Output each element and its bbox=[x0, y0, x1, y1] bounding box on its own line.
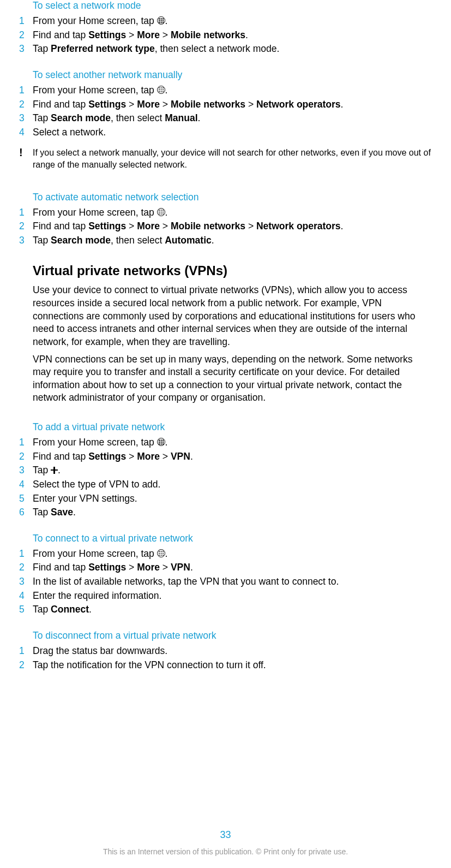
text: , then select a network mode. bbox=[155, 43, 280, 54]
text: From your Home screen, tap bbox=[33, 548, 157, 559]
text-bold: Manual bbox=[165, 112, 197, 123]
text-bold: Search mode bbox=[51, 235, 111, 246]
text-bold: Network operators bbox=[256, 221, 341, 231]
text: . bbox=[165, 15, 168, 26]
step-row: 1From your Home screen, tap . bbox=[19, 548, 432, 561]
step-row: 5Tap Connect. bbox=[19, 603, 432, 616]
text: Find and tap bbox=[33, 451, 88, 462]
text: . bbox=[165, 548, 168, 559]
text: . bbox=[58, 465, 61, 475]
text-bold: Settings bbox=[88, 562, 126, 573]
note-block: ! If you select a network manually, your… bbox=[19, 147, 432, 170]
step-text: Tap Connect. bbox=[33, 603, 92, 616]
text: > bbox=[160, 562, 171, 573]
step-row: 2Find and tap Settings > More > VPN. bbox=[19, 561, 432, 574]
text: > bbox=[245, 99, 256, 110]
step-number: 3 bbox=[19, 112, 33, 125]
step-text: Find and tap Settings > More > VPN. bbox=[33, 561, 193, 574]
apps-icon bbox=[157, 438, 165, 446]
text-bold: Settings bbox=[88, 451, 126, 462]
step-number: 3 bbox=[19, 464, 33, 477]
exclamation-icon: ! bbox=[19, 147, 33, 170]
step-row: 3In the list of available networks, tap … bbox=[19, 575, 432, 588]
text: > bbox=[126, 451, 137, 462]
heading-add-vpn: To add a virtual private network bbox=[33, 421, 432, 433]
step-text: Tap Search mode, then select Manual. bbox=[33, 112, 200, 125]
text: . bbox=[165, 207, 168, 218]
text: Find and tap bbox=[33, 562, 88, 573]
step-number: 1 bbox=[19, 548, 33, 561]
text: . bbox=[245, 29, 248, 40]
step-text: From your Home screen, tap . bbox=[33, 206, 167, 219]
text: , then select bbox=[111, 235, 165, 246]
step-text: Find and tap Settings > More > Mobile ne… bbox=[33, 29, 248, 42]
text: > bbox=[160, 99, 171, 110]
text-bold: Save bbox=[51, 507, 73, 518]
note-text: If you select a network manually, your d… bbox=[33, 147, 432, 170]
text: . bbox=[341, 99, 344, 110]
text-bold: Mobile networks bbox=[171, 99, 245, 110]
step-number: 5 bbox=[19, 603, 33, 616]
text: . bbox=[165, 437, 168, 448]
text-bold: Connect bbox=[51, 604, 89, 615]
plus-icon bbox=[51, 467, 58, 474]
text: Tap bbox=[33, 604, 51, 615]
text: Tap bbox=[33, 507, 51, 518]
step-number: 2 bbox=[19, 220, 33, 233]
step-number: 4 bbox=[19, 590, 33, 603]
text: From your Home screen, tap bbox=[33, 85, 157, 96]
step-row: 3Tap Search mode, then select Automatic. bbox=[19, 234, 432, 247]
step-number: 1 bbox=[19, 436, 33, 449]
text: Find and tap bbox=[33, 99, 88, 110]
text: > bbox=[126, 221, 137, 231]
step-text: Find and tap Settings > More > VPN. bbox=[33, 450, 193, 463]
text-bold: Automatic bbox=[165, 235, 212, 246]
step-text: Tap Preferred network type, then select … bbox=[33, 43, 279, 56]
text: . bbox=[89, 604, 92, 615]
step-number: 2 bbox=[19, 659, 33, 672]
page-number: 33 bbox=[0, 829, 451, 841]
step-number: 2 bbox=[19, 29, 33, 42]
step-text: From your Home screen, tap . bbox=[33, 548, 167, 561]
text: > bbox=[160, 221, 171, 231]
step-text: Tap Save. bbox=[33, 506, 76, 519]
text: . bbox=[73, 507, 76, 518]
text-bold: Settings bbox=[88, 29, 126, 40]
step-row: 2Find and tap Settings > More > Mobile n… bbox=[19, 98, 432, 111]
heading-select-network-mode: To select a network mode bbox=[33, 0, 432, 11]
text-bold: More bbox=[137, 451, 160, 462]
step-text: In the list of available networks, tap t… bbox=[33, 575, 339, 588]
step-text: Tap Search mode, then select Automatic. bbox=[33, 234, 214, 247]
step-number: 5 bbox=[19, 492, 33, 506]
step-text: Drag the status bar downwards. bbox=[33, 645, 167, 658]
step-row: 2Find and tap Settings > More > Mobile n… bbox=[19, 220, 432, 233]
text: . bbox=[190, 562, 193, 573]
text-bold: Settings bbox=[88, 99, 126, 110]
apps-icon bbox=[157, 16, 165, 25]
step-text: Select a network. bbox=[33, 126, 106, 139]
step-row: 4Enter the required information. bbox=[19, 590, 432, 603]
text-bold: VPN bbox=[171, 451, 190, 462]
step-number: 1 bbox=[19, 84, 33, 97]
step-text: Find and tap Settings > More > Mobile ne… bbox=[33, 98, 343, 111]
step-number: 2 bbox=[19, 561, 33, 574]
step-number: 1 bbox=[19, 645, 33, 658]
text: > bbox=[126, 562, 137, 573]
step-number: 4 bbox=[19, 478, 33, 491]
apps-icon bbox=[157, 549, 165, 557]
step-number: 3 bbox=[19, 43, 33, 56]
step-row: 1From your Home screen, tap . bbox=[19, 15, 432, 28]
text: Find and tap bbox=[33, 221, 88, 231]
step-text: Find and tap Settings > More > Mobile ne… bbox=[33, 220, 343, 233]
text: Tap bbox=[33, 43, 51, 54]
step-text: Enter your VPN settings. bbox=[33, 492, 137, 506]
step-number: 3 bbox=[19, 575, 33, 588]
step-text: Tap the notification for the VPN connect… bbox=[33, 659, 266, 672]
text: > bbox=[126, 29, 137, 40]
step-text: From your Home screen, tap . bbox=[33, 436, 167, 449]
text: From your Home screen, tap bbox=[33, 15, 157, 26]
text-bold: Search mode bbox=[51, 112, 111, 123]
text-bold: More bbox=[137, 29, 160, 40]
text: . bbox=[165, 85, 168, 96]
text: > bbox=[126, 99, 137, 110]
